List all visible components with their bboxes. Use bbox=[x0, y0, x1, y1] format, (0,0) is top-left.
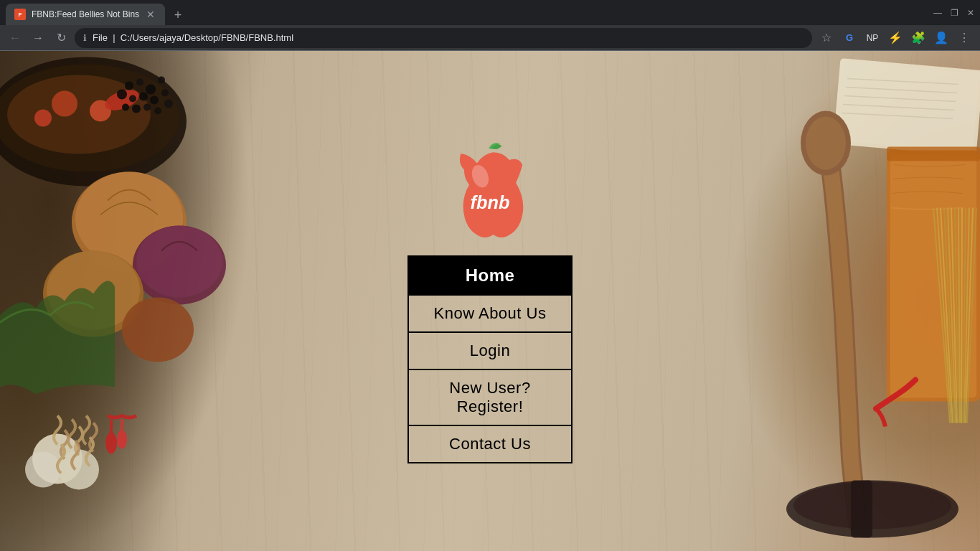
tab-favicon: F bbox=[14, 9, 26, 20]
nav-login-button[interactable]: Login bbox=[407, 331, 573, 370]
svg-point-28 bbox=[117, 90, 127, 100]
svg-point-20 bbox=[125, 82, 133, 90]
tab-bar: F FBNB:Feed Bellies Not Bins ✕ + bbox=[6, 0, 929, 25]
svg-point-22 bbox=[146, 85, 156, 95]
browser-titlebar: F FBNB:Feed Bellies Not Bins ✕ + — ❐ ✕ bbox=[0, 0, 980, 25]
svg-point-29 bbox=[143, 104, 151, 111]
address-bar-row: ← → ↻ ℹ File | C:/Users/ajaya/Desktop/FB… bbox=[0, 25, 980, 51]
new-tab-button[interactable]: + bbox=[168, 5, 188, 25]
profile-np-icon[interactable]: NP bbox=[862, 28, 882, 48]
extension-icon-1[interactable]: ⚡ bbox=[885, 28, 905, 48]
menu-button[interactable]: ⋮ bbox=[954, 28, 974, 48]
svg-point-32 bbox=[122, 104, 129, 111]
back-button[interactable]: ← bbox=[6, 29, 24, 47]
extensions-button[interactable]: 🧩 bbox=[908, 28, 928, 48]
minimize-button[interactable]: — bbox=[933, 8, 942, 18]
svg-text:fbnb: fbnb bbox=[471, 192, 510, 212]
bookmark-button[interactable]: ☆ bbox=[816, 28, 837, 48]
svg-point-18 bbox=[105, 433, 117, 454]
tab-title: FBNB:Feed Bellies Not Bins bbox=[32, 9, 139, 19]
svg-rect-45 bbox=[887, 147, 980, 161]
svg-point-42 bbox=[806, 117, 846, 170]
forward-button[interactable]: → bbox=[29, 29, 47, 47]
svg-point-24 bbox=[139, 93, 148, 101]
svg-point-27 bbox=[161, 90, 169, 97]
svg-point-23 bbox=[158, 77, 165, 84]
svg-point-10 bbox=[136, 226, 222, 298]
refresh-button[interactable]: ↻ bbox=[52, 29, 70, 47]
address-bar[interactable]: ℹ File | C:/Users/ajaya/Desktop/FBNB/FBN… bbox=[75, 28, 812, 48]
svg-point-31 bbox=[154, 108, 161, 115]
active-tab[interactable]: F FBNB:Feed Bellies Not Bins ✕ bbox=[6, 4, 165, 25]
nav-about-button[interactable]: Know About Us bbox=[407, 294, 573, 333]
svg-point-33 bbox=[164, 100, 173, 108]
nav-container: fbnb Home Know About Us Login New User?R… bbox=[407, 141, 573, 462]
extension-g-icon[interactable]: G bbox=[839, 28, 859, 48]
svg-point-21 bbox=[136, 79, 143, 86]
left-food-overlay bbox=[0, 51, 251, 551]
svg-point-13 bbox=[122, 298, 194, 362]
nav-home-button[interactable]: Home bbox=[407, 255, 573, 296]
toolbar-icons: ☆ G NP ⚡ 🧩 👤 ⋮ bbox=[816, 28, 974, 48]
close-button[interactable]: ✕ bbox=[967, 8, 974, 18]
nav-contact-button[interactable]: Contact Us bbox=[407, 425, 573, 463]
address-text: File | C:/Users/ajaya/Desktop/FBNB/FBNB.… bbox=[93, 32, 804, 43]
profile-avatar[interactable]: 👤 bbox=[931, 28, 951, 48]
maximize-button[interactable]: ❐ bbox=[951, 8, 958, 18]
page-content: fbnb Home Know About Us Login New User?R… bbox=[0, 51, 980, 551]
tab-close-button[interactable]: ✕ bbox=[145, 9, 156, 20]
right-food-overlay bbox=[729, 51, 980, 551]
svg-point-5 bbox=[34, 110, 52, 127]
svg-point-19 bbox=[117, 430, 127, 449]
svg-point-3 bbox=[52, 91, 77, 117]
nav-register-button[interactable]: New User?Register! bbox=[407, 369, 573, 426]
info-icon: ℹ bbox=[83, 33, 87, 43]
window-controls: — ❐ ✕ bbox=[933, 8, 974, 18]
logo-container: fbnb bbox=[440, 141, 540, 241]
svg-point-26 bbox=[150, 96, 159, 105]
svg-point-17 bbox=[25, 452, 61, 488]
svg-rect-48 bbox=[851, 481, 872, 538]
svg-point-25 bbox=[129, 95, 136, 103]
svg-point-30 bbox=[132, 105, 141, 113]
fbnb-logo: fbnb bbox=[440, 141, 540, 241]
